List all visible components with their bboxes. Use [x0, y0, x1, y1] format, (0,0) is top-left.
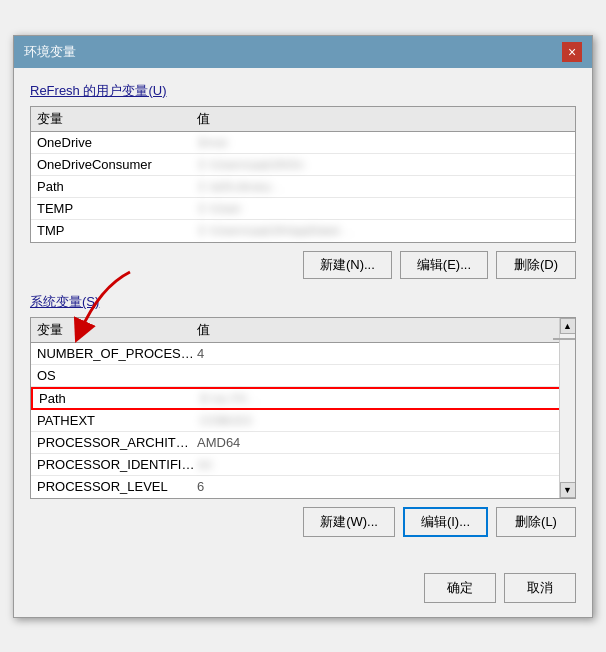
user-row-name: OneDrive — [37, 135, 197, 150]
system-section-label[interactable]: 系统变量(S) — [30, 293, 576, 311]
scrollbar[interactable]: ▲ ▼ — [559, 318, 575, 498]
system-table-header: 变量 值 — [31, 318, 575, 343]
user-table-row[interactable]: OneDriveConsumerC:\Users\yql19\On — [31, 154, 575, 176]
sys-row-name: PATHEXT — [37, 413, 197, 428]
titlebar: 环境变量 × — [14, 36, 592, 68]
scrollbar-thumb[interactable] — [553, 338, 577, 340]
user-row-value: C la3\Library... — [197, 179, 569, 194]
user-table-row[interactable]: OneDriveDrive — [31, 132, 575, 154]
sys-row-name: PROCESSOR_ARCHITECT... — [37, 435, 197, 450]
sys-new-button[interactable]: 新建(W)... — [303, 507, 395, 537]
sys-row-value: .COM;EX — [197, 413, 569, 428]
scroll-up-button[interactable]: ▲ — [560, 318, 576, 334]
user-row-name: OneDriveConsumer — [37, 157, 197, 172]
sys-row-value: D:\sc Fil... — [199, 391, 567, 406]
sys-col-name: 变量 — [37, 321, 197, 339]
sys-row-name: PROCESSOR_LEVEL — [37, 479, 197, 494]
user-row-name: Path — [37, 179, 197, 194]
user-table-row[interactable]: TEMPC:\User — [31, 198, 575, 220]
sys-delete-button[interactable]: 删除(L) — [496, 507, 576, 537]
user-col-value: 值 — [197, 110, 569, 128]
user-table-header: 变量 值 — [31, 107, 575, 132]
user-row-name: TEMP — [37, 201, 197, 216]
sys-row-value: Int — [197, 457, 569, 472]
sys-table-row[interactable]: PATHEXT.COM;EX — [31, 410, 575, 432]
cancel-button[interactable]: 取消 — [504, 573, 576, 603]
user-row-value: C:\Users\yql19\AppData\... — [197, 223, 569, 238]
user-variables-section: ReFresh 的用户变量(U) 变量 值 OneDriveDriveOneDr… — [30, 82, 576, 279]
sys-table-row[interactable]: NUMBER_OF_PROCESSORS4 — [31, 343, 575, 365]
sys-table-row[interactable]: PROCESSOR_ARCHITECT...AMD64 — [31, 432, 575, 454]
sys-rows-container: NUMBER_OF_PROCESSORS4OSPathD:\sc Fil...P… — [31, 343, 575, 498]
user-row-value: C:\Users\yql19\On — [197, 157, 569, 172]
sys-row-value: 4 — [197, 346, 569, 361]
user-buttons-row: 新建(N)... 编辑(E)... 删除(D) — [30, 251, 576, 279]
sys-table-row[interactable]: PROCESSOR_LEVEL6 — [31, 476, 575, 498]
sys-row-value: 6 — [197, 479, 569, 494]
user-new-button[interactable]: 新建(N)... — [303, 251, 392, 279]
dialog-footer: 确定 取消 — [14, 565, 592, 617]
user-section-label[interactable]: ReFresh 的用户变量(U) — [30, 82, 576, 100]
sys-row-name: PROCESSOR_IDENTIFIER — [37, 457, 197, 472]
sys-edit-button[interactable]: 编辑(I)... — [403, 507, 488, 537]
sys-row-name: Path — [39, 391, 199, 406]
confirm-button[interactable]: 确定 — [424, 573, 496, 603]
environment-variables-dialog: 环境变量 × ReFresh 的用户变量(U) 变量 值 OneDriveDri… — [13, 35, 593, 618]
sys-table-row[interactable]: PathD:\sc Fil... — [31, 387, 575, 410]
dialog-title: 环境变量 — [24, 43, 76, 61]
sys-row-value: AMD64 — [197, 435, 569, 450]
sys-row-name: NUMBER_OF_PROCESSORS — [37, 346, 197, 361]
user-table-row[interactable]: TMPC:\Users\yql19\AppData\... — [31, 220, 575, 242]
user-row-name: TMP — [37, 223, 197, 238]
user-table-row[interactable]: PathC la3\Library... — [31, 176, 575, 198]
user-variables-table: 变量 值 OneDriveDriveOneDriveConsumerC:\Use… — [30, 106, 576, 243]
sys-col-value: 值 — [197, 321, 569, 339]
dialog-body: ReFresh 的用户变量(U) 变量 值 OneDriveDriveOneDr… — [14, 68, 592, 565]
user-row-value: Drive — [197, 135, 569, 150]
close-button[interactable]: × — [562, 42, 582, 62]
user-delete-button[interactable]: 删除(D) — [496, 251, 576, 279]
user-edit-button[interactable]: 编辑(E)... — [400, 251, 488, 279]
user-col-name: 变量 — [37, 110, 197, 128]
system-variables-table: 变量 值 NUMBER_OF_PROCESSORS4OSPathD:\sc Fi… — [30, 317, 576, 499]
sys-row-name: OS — [37, 368, 197, 383]
system-variables-section: 系统变量(S) 变量 值 NUMBER_OF_PROCESSORS4OSPath… — [30, 293, 576, 537]
user-rows-container: OneDriveDriveOneDriveConsumerC:\Users\yq… — [31, 132, 575, 242]
user-row-value: C:\User — [197, 201, 569, 216]
system-buttons-row: 新建(W)... 编辑(I)... 删除(L) — [30, 507, 576, 537]
sys-table-row[interactable]: PROCESSOR_IDENTIFIERInt — [31, 454, 575, 476]
sys-table-row[interactable]: OS — [31, 365, 575, 387]
scroll-down-button[interactable]: ▼ — [560, 482, 576, 498]
